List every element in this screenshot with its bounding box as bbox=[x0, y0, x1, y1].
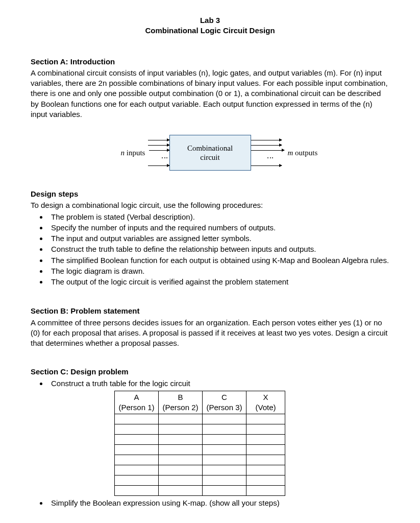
table-header-b: B (Person 2) bbox=[159, 391, 203, 414]
table-cell bbox=[115, 445, 159, 455]
table-cell bbox=[159, 435, 203, 445]
diagram-arrow-icon bbox=[149, 150, 169, 151]
diagram-arrow-icon bbox=[251, 165, 282, 166]
table-row bbox=[115, 435, 285, 445]
list-item: The simplified Boolean function for each… bbox=[48, 255, 389, 266]
list-item: Construct the truth table to define the … bbox=[48, 244, 389, 254]
table-cell bbox=[203, 435, 246, 445]
design-steps-list: The problem is stated (Verbal descriptio… bbox=[31, 212, 389, 288]
table-cell bbox=[115, 424, 159, 435]
diagram-box: Combinational circuit bbox=[169, 135, 251, 171]
table-header-a: A (Person 1) bbox=[115, 391, 159, 414]
table-cell bbox=[203, 445, 246, 455]
list-item: Construct a truth table for the logic ci… bbox=[48, 378, 389, 389]
table-row bbox=[115, 486, 285, 496]
diagram-output-label: m outputs bbox=[288, 148, 318, 158]
diagram-arrow-icon bbox=[251, 150, 284, 151]
diagram-arrow-icon bbox=[251, 145, 282, 146]
table-cell bbox=[246, 455, 285, 465]
table-row bbox=[115, 465, 285, 476]
truth-table: A (Person 1) B (Person 2) C (Person 3) X… bbox=[10, 391, 389, 496]
list-item: The logic diagram is drawn. bbox=[48, 266, 389, 276]
list-item: Simplify the Boolean expression using K-… bbox=[48, 498, 389, 508]
table-cell bbox=[115, 414, 159, 424]
diagram-input-label: n inputs bbox=[121, 148, 145, 158]
table-cell bbox=[203, 465, 246, 476]
table-header-x: X (Vote) bbox=[246, 391, 285, 414]
document-title: Lab 3 Combinational Logic Circuit Design bbox=[31, 15, 389, 36]
list-item: The problem is stated (Verbal descriptio… bbox=[48, 212, 389, 222]
table-cell bbox=[246, 486, 285, 496]
table-row bbox=[115, 476, 285, 486]
table-row bbox=[115, 414, 285, 424]
table-cell bbox=[246, 414, 285, 424]
section-a-paragraph: A combinational circuit consists of inpu… bbox=[31, 68, 389, 120]
section-a-heading: Section A: Introduction bbox=[31, 57, 389, 67]
list-item: The input and output variables are assig… bbox=[48, 233, 389, 244]
vertical-dots-icon: ⋮ bbox=[266, 154, 274, 158]
table-cell bbox=[159, 455, 203, 465]
design-steps-intro: To design a combinational logic circuit,… bbox=[31, 200, 389, 210]
table-cell bbox=[115, 476, 159, 486]
table-cell bbox=[159, 476, 203, 486]
diagram-arrow-icon bbox=[148, 165, 169, 166]
section-c-list-2: Simplify the Boolean expression using K-… bbox=[31, 498, 389, 508]
section-c-heading: Section C: Design problem bbox=[31, 367, 389, 377]
table-cell bbox=[203, 414, 246, 424]
section-c-list: Construct a truth table for the logic ci… bbox=[31, 378, 389, 389]
table-cell bbox=[159, 445, 203, 455]
table-row bbox=[115, 424, 285, 435]
table-cell bbox=[246, 445, 285, 455]
table-cell bbox=[246, 465, 285, 476]
list-item: Specify the number of inputs and the req… bbox=[48, 223, 389, 233]
table-cell bbox=[159, 486, 203, 496]
table-cell bbox=[115, 435, 159, 445]
section-b-paragraph: A committee of three persons decides iss… bbox=[31, 318, 389, 349]
block-diagram: n inputs ⋮ Combinational circuit ⋮ m out… bbox=[31, 130, 389, 177]
table-cell bbox=[115, 465, 159, 476]
diagram-arrow-icon bbox=[148, 145, 169, 146]
title-line-2: Combinational Logic Circuit Design bbox=[31, 26, 389, 36]
table-row bbox=[115, 455, 285, 465]
table-cell bbox=[203, 424, 246, 435]
table-row bbox=[115, 445, 285, 455]
list-item: The output of the logic circuit is verif… bbox=[48, 277, 389, 287]
table-cell bbox=[159, 424, 203, 435]
vertical-dots-icon: ⋮ bbox=[161, 154, 168, 158]
table-header-c: C (Person 3) bbox=[203, 391, 246, 414]
table-cell bbox=[203, 476, 246, 486]
table-cell bbox=[246, 424, 285, 435]
table-cell bbox=[115, 455, 159, 465]
table-cell bbox=[203, 455, 246, 465]
design-steps-heading: Design steps bbox=[31, 189, 389, 199]
table-cell bbox=[246, 476, 285, 486]
section-b-heading: Section B: Problem statement bbox=[31, 306, 389, 316]
title-line-1: Lab 3 bbox=[31, 15, 389, 26]
diagram-arrow-icon bbox=[148, 140, 169, 140]
table-cell bbox=[159, 414, 203, 424]
table-cell bbox=[159, 465, 203, 476]
table-cell bbox=[203, 486, 246, 496]
diagram-arrow-icon bbox=[251, 140, 282, 140]
table-cell bbox=[246, 435, 285, 445]
table-cell bbox=[115, 486, 159, 496]
